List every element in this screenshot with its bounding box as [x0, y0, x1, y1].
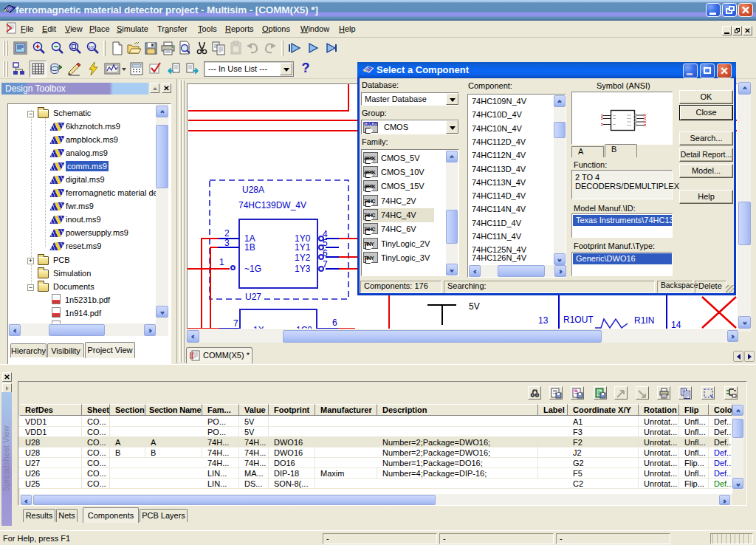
- svg-text:100: 100: [88, 45, 94, 49]
